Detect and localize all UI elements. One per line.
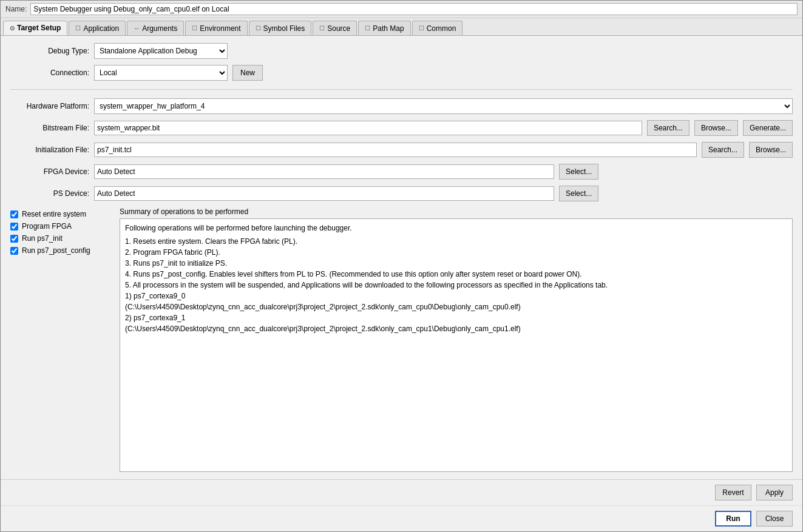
tab-target-setup-label: Target Setup xyxy=(17,24,61,32)
ps-device-label: PS Device: xyxy=(10,189,89,198)
summary-box[interactable]: Following operations will be performed b… xyxy=(120,218,793,472)
fpga-device-label: FPGA Device: xyxy=(10,167,89,176)
bitstream-generate-button[interactable]: Generate... xyxy=(743,120,793,136)
bitstream-browse-button[interactable]: Browse... xyxy=(694,120,738,136)
environment-icon: ☐ xyxy=(192,25,197,32)
init-search-button[interactable]: Search... xyxy=(702,142,744,158)
fpga-select-button[interactable]: Select... xyxy=(559,164,598,180)
checkbox-ps7init-input[interactable] xyxy=(10,235,18,243)
footer-bottom: Run Close xyxy=(1,505,802,531)
target-setup-icon: ⊙ xyxy=(10,25,15,32)
tabs-bar: ⊙ Target Setup ☐ Application ↔ Arguments… xyxy=(1,18,802,36)
summary-line: 5. All processors in the system will be … xyxy=(125,280,787,291)
content-area: Debug Type: Standalone Application Debug… xyxy=(1,36,802,479)
common-icon: ☐ xyxy=(419,25,424,32)
bitstream-search-button[interactable]: Search... xyxy=(647,120,689,136)
apply-button[interactable]: Apply xyxy=(756,485,793,500)
fpga-device-input[interactable] xyxy=(94,164,554,179)
checkbox-ps7init-label: Run ps7_init xyxy=(22,234,63,243)
summary-line: 3. Runs ps7_init to initialize PS. xyxy=(125,258,787,269)
bitstream-row: Bitstream File: Search... Browse... Gene… xyxy=(10,120,793,136)
run-button[interactable]: Run xyxy=(715,511,751,527)
debug-type-label: Debug Type: xyxy=(10,47,89,55)
summary-line: 2. Program FPGA fabric (PL). xyxy=(125,247,787,258)
tab-common[interactable]: ☐ Common xyxy=(412,21,463,35)
tab-application[interactable]: ☐ Application xyxy=(69,21,126,35)
fpga-device-row: FPGA Device: Select... xyxy=(10,164,793,180)
summary-line: (C:\Users\44509\Desktop\zynq_cnn_acc_dua… xyxy=(125,323,787,334)
title-bar: Name: System Debugger using Debug_only_c… xyxy=(1,1,802,18)
bottom-section: Reset entire system Program FPGA Run ps7… xyxy=(10,207,793,472)
summary-line: (C:\Users\44509\Desktop\zynq_cnn_acc_dua… xyxy=(125,301,787,312)
ps-device-row: PS Device: Select... xyxy=(10,186,793,201)
checkbox-reset-input[interactable] xyxy=(10,210,18,218)
name-value: System Debugger using Debug_only_cam_cpu… xyxy=(30,3,798,15)
new-button[interactable]: New xyxy=(232,65,263,81)
connection-row: Connection: LocalRemote New xyxy=(10,65,793,81)
close-button[interactable]: Close xyxy=(756,511,793,527)
tab-path-map[interactable]: ☐ Path Map xyxy=(358,21,410,35)
arguments-icon: ↔ xyxy=(134,25,140,32)
init-file-row: Initialization File: Search... Browse... xyxy=(10,142,793,158)
ps-device-input[interactable] xyxy=(94,186,554,201)
tab-application-label: Application xyxy=(83,24,119,33)
checkbox-fpga-label: Program FPGA xyxy=(22,222,72,231)
tab-source-label: Source xyxy=(327,24,350,33)
checkbox-fpga-input[interactable] xyxy=(10,223,18,231)
tab-path-map-label: Path Map xyxy=(373,24,404,33)
checkbox-ps7post-input[interactable] xyxy=(10,247,18,255)
checkboxes-column: Reset entire system Program FPGA Run ps7… xyxy=(10,207,114,472)
summary-line: 2) ps7_cortexa9_1 xyxy=(125,312,787,323)
init-browse-button[interactable]: Browse... xyxy=(749,142,793,158)
summary-line: 1. Resets entire system. Clears the FPGA… xyxy=(125,236,787,247)
separator-1 xyxy=(10,89,793,90)
init-file-input[interactable] xyxy=(94,143,697,157)
tab-symbol-files[interactable]: ☐ Symbol Files xyxy=(249,21,312,35)
revert-button[interactable]: Revert xyxy=(715,485,751,500)
debug-type-select[interactable]: Standalone Application DebugLinux Applic… xyxy=(94,43,228,59)
ps-select-button[interactable]: Select... xyxy=(559,186,598,201)
bitstream-input[interactable] xyxy=(94,121,642,135)
summary-title: Summary of operations to be performed xyxy=(120,207,793,216)
checkbox-ps7init: Run ps7_init xyxy=(10,234,114,243)
summary-column: Summary of operations to be performed Fo… xyxy=(120,207,793,472)
summary-line: 1) ps7_cortexa9_0 xyxy=(125,291,787,301)
tab-environment-label: Environment xyxy=(200,24,240,33)
source-icon: ☐ xyxy=(319,25,325,32)
summary-line: Following operations will be performed b… xyxy=(125,223,787,234)
hw-platform-select[interactable]: system_wrapper_hw_platform_4 xyxy=(94,98,793,114)
checkbox-ps7post: Run ps7_post_config xyxy=(10,246,114,255)
tab-common-label: Common xyxy=(427,24,456,33)
summary-line: 4. Runs ps7_post_config. Enables level s… xyxy=(125,269,787,280)
hw-platform-label: Hardware Platform: xyxy=(10,102,89,110)
application-icon: ☐ xyxy=(75,25,81,32)
connection-label: Connection: xyxy=(10,69,89,77)
checkbox-ps7post-label: Run ps7_post_config xyxy=(22,246,90,255)
init-file-label: Initialization File: xyxy=(10,146,89,154)
tab-symbol-files-label: Symbol Files xyxy=(263,24,305,33)
tab-target-setup[interactable]: ⊙ Target Setup xyxy=(3,21,67,35)
tab-environment[interactable]: ☐ Environment xyxy=(185,21,247,35)
checkbox-reset-label: Reset entire system xyxy=(22,210,86,218)
tab-arguments-label: Arguments xyxy=(142,24,177,33)
connection-select[interactable]: LocalRemote xyxy=(94,65,228,81)
checkbox-reset: Reset entire system xyxy=(10,210,114,218)
symbol-files-icon: ☐ xyxy=(256,25,261,32)
path-map-icon: ☐ xyxy=(365,25,370,32)
name-label: Name: xyxy=(5,5,27,13)
bitstream-label: Bitstream File: xyxy=(10,124,89,132)
checkbox-fpga: Program FPGA xyxy=(10,222,114,231)
footer-buttons: Revert Apply xyxy=(1,479,802,505)
tab-arguments[interactable]: ↔ Arguments xyxy=(127,21,184,35)
hw-platform-row: Hardware Platform: system_wrapper_hw_pla… xyxy=(10,98,793,114)
tab-source[interactable]: ☐ Source xyxy=(313,21,357,35)
debug-type-row: Debug Type: Standalone Application Debug… xyxy=(10,43,793,59)
